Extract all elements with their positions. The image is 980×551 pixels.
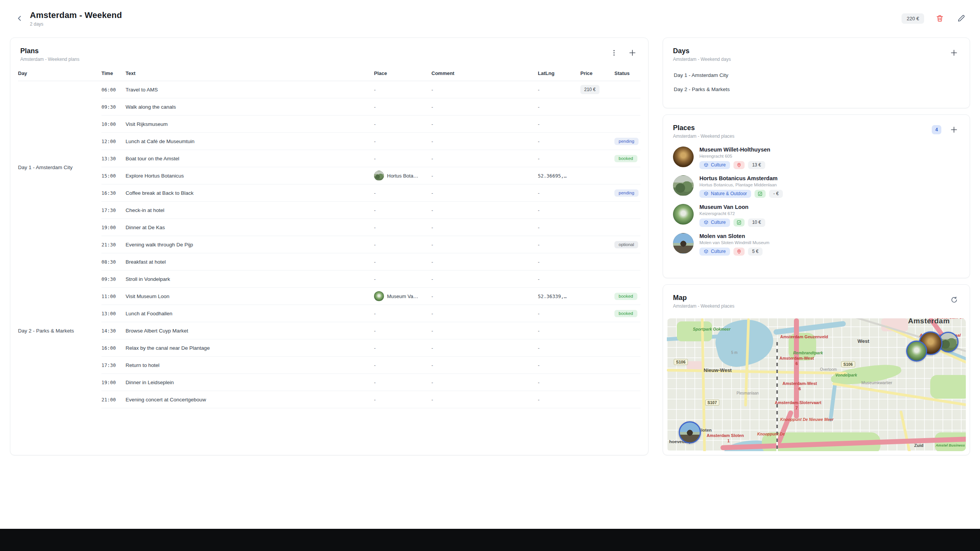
map-label: West bbox=[858, 338, 869, 344]
back-button[interactable] bbox=[13, 12, 26, 25]
add-day-button[interactable] bbox=[948, 47, 960, 59]
map-marker-vanloon[interactable] bbox=[906, 341, 927, 362]
plus-icon bbox=[950, 126, 958, 134]
plan-text: Boat tour on the Amstel bbox=[126, 156, 374, 161]
plan-place-empty: - bbox=[374, 139, 376, 144]
plan-comment: - bbox=[431, 104, 538, 110]
plan-text: Visit Museum Loon bbox=[126, 293, 374, 299]
refresh-icon bbox=[951, 296, 958, 303]
plan-row[interactable]: 16:00Relax by the canal near De Plantage… bbox=[101, 339, 640, 357]
chevron-left-icon bbox=[16, 15, 23, 21]
places-card: Places Amsterdam - Weekend places 4 Muse… bbox=[663, 114, 970, 278]
plan-row[interactable]: 13:00Lunch at Foodhallen---booked bbox=[101, 305, 640, 322]
add-place-button[interactable] bbox=[948, 124, 960, 135]
plan-place-empty: - bbox=[374, 121, 376, 127]
map-label: Knooppunt De bbox=[757, 432, 785, 436]
plan-text: Travel to AMS bbox=[126, 87, 374, 93]
plan-row[interactable]: 13:30Boat tour on the Amstel---booked bbox=[101, 150, 640, 167]
plan-row[interactable]: 17:30Return to hotel--- bbox=[101, 357, 640, 374]
day-list-item-2[interactable]: Day 2 - Parks & Markets bbox=[668, 82, 964, 96]
category-badge: Culture bbox=[699, 218, 730, 227]
visited-badge bbox=[733, 218, 745, 227]
map-label: Amsterdam Centraal bbox=[935, 318, 966, 320]
add-plan-button[interactable] bbox=[627, 47, 638, 59]
plan-row[interactable]: 21:30Evening walk through De Pijp---opti… bbox=[101, 236, 640, 253]
map-label: Museumkwartier bbox=[861, 380, 892, 385]
plan-comment: - bbox=[431, 225, 538, 230]
plan-latlng: - bbox=[538, 362, 580, 368]
map-label: Amsterdam-West bbox=[779, 356, 814, 360]
plan-row[interactable]: 08:30Breakfast at hotel--- bbox=[101, 253, 640, 271]
price-badge: 210 € bbox=[580, 85, 599, 94]
checkbox-icon bbox=[758, 191, 763, 196]
status-badge: booked bbox=[614, 293, 637, 300]
place-price-badge: 10 € bbox=[748, 218, 765, 227]
days-subtitle: Amsterdam - Weekend days bbox=[673, 57, 731, 62]
plan-text: Evening walk through De Pijp bbox=[126, 242, 374, 248]
plan-place-empty: - bbox=[374, 225, 376, 230]
plan-place-empty: - bbox=[374, 190, 376, 196]
plan-time: 21:30 bbox=[101, 242, 126, 248]
category-cube-icon bbox=[704, 191, 709, 196]
plan-row[interactable]: 19:00Dinner at De Kas--- bbox=[101, 219, 640, 236]
day-list-item-1[interactable]: Day 1 - Amsterdam City bbox=[668, 68, 964, 82]
place-photo bbox=[673, 233, 694, 254]
plans-menu-button[interactable] bbox=[608, 47, 620, 59]
category-cube-icon bbox=[704, 220, 709, 225]
map-label: 5 m bbox=[731, 350, 738, 355]
map-marker-molen[interactable] bbox=[679, 421, 701, 443]
plan-place: - bbox=[374, 190, 431, 196]
map-card: Map Amsterdam - Weekend places bbox=[663, 284, 970, 455]
place-thumbnail bbox=[374, 291, 384, 301]
place-list-item[interactable]: Museum Van LoonKeizersgracht 672Culture1… bbox=[673, 204, 960, 227]
plan-latlng: - bbox=[538, 345, 580, 351]
delete-trip-button[interactable] bbox=[934, 13, 946, 24]
place-address: Hortus Botanicus, Plantage Middenlaan bbox=[699, 183, 783, 187]
place-list-item[interactable]: Museum Willet-HolthuysenHerengracht 605C… bbox=[673, 147, 960, 169]
plan-place: - bbox=[374, 328, 431, 334]
location-pin-icon bbox=[737, 163, 742, 168]
plans-title: Plans bbox=[20, 47, 80, 55]
place-name: Museum Va… bbox=[387, 293, 418, 299]
plan-time: 19:00 bbox=[101, 225, 126, 230]
place-list-item[interactable]: Molen van SlotenMolen van Sloten Windmil… bbox=[673, 233, 960, 256]
plan-comment: - bbox=[431, 380, 538, 385]
plan-row[interactable]: 09:30Stroll in Vondelpark--- bbox=[101, 271, 640, 288]
place-list-item[interactable]: Hortus Botanicus AmsterdamHortus Botanic… bbox=[673, 175, 960, 198]
plan-row[interactable]: 17:30Check-in at hotel--- bbox=[101, 202, 640, 219]
plan-comment: - bbox=[431, 311, 538, 316]
column-header-latlng: LatLng bbox=[538, 70, 580, 76]
plan-row[interactable]: 09:30Walk along the canals--- bbox=[101, 98, 640, 116]
plan-comment: - bbox=[431, 362, 538, 368]
map-label: Amsterdam Sloten bbox=[707, 433, 744, 438]
map-label: S106 bbox=[674, 359, 688, 365]
place-name: Museum Van Loon bbox=[699, 204, 765, 210]
plan-row[interactable]: 12:00Lunch at Café de Museumtuin---pendi… bbox=[101, 133, 640, 150]
refresh-map-button[interactable] bbox=[948, 294, 960, 305]
plan-row[interactable]: 15:00Explore Hortus BotanicusHortus Bota… bbox=[101, 167, 640, 184]
column-header-comment: Comment bbox=[431, 70, 538, 76]
plan-latlng: - bbox=[538, 87, 580, 93]
plans-table: DayTimeTextPlaceCommentLatLngPriceStatus… bbox=[18, 70, 640, 408]
plan-row[interactable]: 16:30Coffee break at Back to Black---pen… bbox=[101, 184, 640, 202]
map-label: Overtoom bbox=[820, 367, 837, 372]
map-label: Vondelpark bbox=[835, 373, 857, 377]
category-cube-icon bbox=[704, 249, 709, 254]
pin-badge bbox=[733, 161, 745, 169]
plan-row[interactable]: 11:00Visit Museum LoonMuseum Va…-52.3633… bbox=[101, 288, 640, 305]
plan-row[interactable]: 19:00Dinner in Leidseplein--- bbox=[101, 374, 640, 391]
plan-row[interactable]: 10:00Visit Rijksmuseum--- bbox=[101, 116, 640, 133]
places-title: Places bbox=[673, 124, 735, 132]
kebab-menu-icon bbox=[611, 49, 617, 56]
days-title: Days bbox=[673, 47, 731, 55]
plan-comment: - bbox=[431, 345, 538, 351]
plan-row[interactable]: 06:00Travel to AMS---210 € bbox=[101, 81, 640, 98]
map-canvas[interactable]: AmsterdamAmsterdam CentraalAmsterdam Cen… bbox=[667, 318, 966, 451]
plan-comment: - bbox=[431, 242, 538, 248]
plans-card: Plans Amsterdam - Weekend plans DayTimeT… bbox=[10, 37, 648, 455]
edit-trip-button[interactable] bbox=[956, 13, 967, 24]
place-thumbnail bbox=[374, 171, 384, 181]
plan-row[interactable]: 14:30Browse Albert Cuyp Market--- bbox=[101, 322, 640, 339]
plan-time: 21:00 bbox=[101, 397, 126, 403]
plan-row[interactable]: 21:00Evening concert at Concertgebouw--- bbox=[101, 391, 640, 408]
